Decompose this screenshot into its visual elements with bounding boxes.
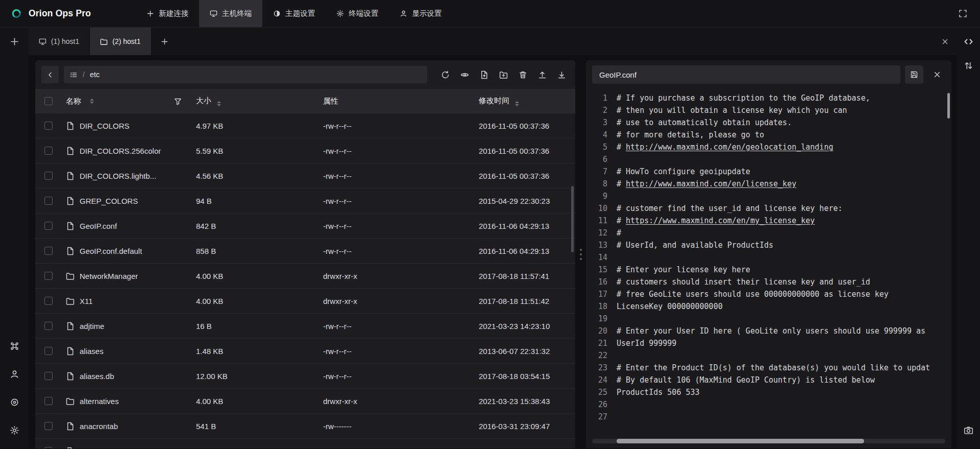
select-all-checkbox[interactable] (44, 97, 53, 105)
tab-host1-terminal[interactable]: (1) host1 (29, 28, 90, 55)
editor-horizontal-scrollbar[interactable] (617, 439, 864, 443)
nav-terminal-settings[interactable]: 终端设置 (326, 0, 389, 27)
row-checkbox[interactable] (44, 272, 53, 280)
user-icon (10, 369, 19, 379)
back-button[interactable] (41, 66, 59, 83)
file-row[interactable]: anacrontab541 B-rw-------2016-03-31 23:0… (35, 414, 575, 439)
row-checkbox[interactable] (44, 147, 53, 155)
row-checkbox[interactable] (44, 122, 53, 130)
refresh-button[interactable] (435, 66, 455, 83)
file-row[interactable]: GeoIP.conf842 B-rw-r--r--2016-11-06 04:2… (35, 214, 575, 239)
line-number: 24 (586, 374, 607, 386)
row-checkbox[interactable] (44, 197, 53, 205)
fullscreen-button[interactable] (952, 4, 973, 24)
file-row[interactable]: DIR_COLORS.lightb...4.56 KB-rw-r--r--201… (35, 163, 575, 188)
nav-display-settings[interactable]: 显示设置 (389, 0, 452, 27)
settings-button[interactable] (4, 420, 24, 440)
file-name: aliases.db (80, 372, 114, 381)
row-checkbox[interactable] (44, 222, 53, 230)
url-link[interactable]: http://www.maxmind.com/en/geolocation_la… (626, 143, 833, 152)
save-button[interactable] (905, 65, 923, 84)
breadcrumb[interactable]: / etc (64, 66, 427, 83)
line-text: # Enter the Product ID(s) of the databas… (607, 362, 930, 374)
file-name: GeoIP.conf.default (80, 247, 142, 255)
line-number: 4 (586, 129, 607, 141)
file-row[interactable]: aliases1.48 KB-rw-r--r--2013-06-07 22:31… (35, 339, 575, 364)
file-row[interactable]: NetworkManager4.00 KBdrwxr-xr-x2017-08-1… (35, 264, 575, 289)
left-rail-bottom (4, 336, 24, 448)
nav-new-connection[interactable]: 新建连接 (136, 0, 199, 27)
file-row[interactable]: DIR_COLORS.256color5.59 KB-rw-r--r--2016… (35, 138, 575, 163)
row-checkbox[interactable] (44, 322, 53, 330)
code-line: 7# HowTo configure geoipupdate (586, 166, 951, 178)
file-row[interactable] (35, 439, 575, 448)
fullscreen-icon (959, 9, 967, 18)
row-checkbox[interactable] (44, 397, 53, 405)
file-attrs: -rw-r--r-- (317, 172, 473, 180)
sort-mtime-icon[interactable] (515, 101, 519, 107)
new-tab-button[interactable] (154, 28, 176, 55)
line-text: # UserId, and available ProductIds (607, 239, 773, 251)
file-mtime: 2021-03-23 15:38:43 (473, 397, 575, 406)
users-button[interactable] (4, 364, 24, 384)
code-line: 4# for more details, please go to (586, 129, 951, 141)
line-text: # By default 106 (MaxMind GeoIP Country)… (607, 374, 875, 386)
code-line: 18LicenseKey 000000000000 (586, 300, 951, 313)
file-list-scrollbar[interactable] (571, 186, 574, 252)
editor-vertical-scrollbar[interactable] (947, 93, 950, 119)
gear-icon (10, 426, 19, 435)
file-name: adjtime (80, 322, 104, 330)
download-button[interactable] (552, 66, 571, 83)
file-icon (66, 172, 75, 180)
sort-name-icon[interactable] (90, 99, 94, 104)
file-row[interactable]: adjtime16 B-rw-r--r--2021-03-23 14:23:10 (35, 314, 575, 339)
url-link[interactable]: http://www.maxmind.com/en/license_key (626, 179, 796, 188)
code-line: 22 (586, 349, 951, 362)
download-icon (557, 70, 566, 79)
line-number: 14 (586, 251, 607, 264)
code-line: 2# then you will obtain a license key wh… (586, 104, 951, 116)
row-checkbox[interactable] (44, 297, 53, 305)
code-line: 17# free GeoLite users should use 000000… (586, 288, 951, 300)
code-editor[interactable]: 1# If you purchase a subscription to the… (586, 89, 951, 448)
file-size: 1.48 KB (189, 347, 317, 356)
path-segment[interactable]: etc (90, 70, 100, 79)
left-rail (0, 28, 29, 448)
show-hidden-button[interactable] (455, 66, 474, 83)
swap-panels-button[interactable] (958, 55, 978, 76)
line-number: 21 (586, 337, 607, 349)
new-connection-button[interactable] (0, 28, 29, 55)
upload-button[interactable] (532, 66, 552, 83)
file-row[interactable]: GeoIP.conf.default858 B-rw-r--r--2016-11… (35, 239, 575, 264)
row-checkbox[interactable] (44, 172, 53, 180)
row-checkbox[interactable] (44, 447, 53, 448)
panel-resize-handle[interactable] (575, 60, 586, 448)
tab-host1-sftp[interactable]: (2) host1 (90, 28, 151, 55)
close-all-tabs-button[interactable] (933, 28, 957, 55)
file-row[interactable]: X114.00 KBdrwxr-xr-x2017-08-18 11:51:42 (35, 289, 575, 314)
theme-button[interactable] (4, 392, 24, 412)
sort-size-icon[interactable] (217, 101, 221, 107)
filter-icon[interactable] (174, 97, 182, 106)
row-checkbox[interactable] (44, 372, 53, 380)
file-row[interactable]: aliases.db12.00 KB-rw-r--r--2017-08-18 0… (35, 364, 575, 389)
quick-commands-button[interactable] (4, 336, 24, 356)
new-folder-button[interactable] (494, 66, 513, 83)
file-row[interactable]: GREP_COLORS94 B-rw-r--r--2015-04-29 22:3… (35, 188, 575, 214)
file-plus-icon (480, 70, 488, 79)
line-number: 5 (586, 141, 607, 153)
url-link[interactable]: https://www.maxmind.com/en/my_license_ke… (626, 216, 815, 225)
new-file-button[interactable] (474, 66, 494, 83)
file-mtime: 2017-08-18 03:54:15 (473, 372, 575, 381)
nav-theme-settings[interactable]: 主题设置 (262, 0, 326, 27)
nav-host-terminal[interactable]: 主机终端 (199, 0, 262, 27)
screenshot-button[interactable] (958, 420, 978, 440)
row-checkbox[interactable] (44, 422, 53, 430)
row-checkbox[interactable] (44, 247, 53, 255)
delete-button[interactable] (513, 66, 532, 83)
code-view-button[interactable] (958, 28, 978, 55)
editor-close-button[interactable] (928, 65, 946, 84)
file-row[interactable]: DIR_COLORS4.97 KB-rw-r--r--2016-11-05 00… (35, 113, 575, 138)
row-checkbox[interactable] (44, 347, 53, 355)
file-row[interactable]: alternatives4.00 KBdrwxr-xr-x2021-03-23 … (35, 389, 575, 414)
